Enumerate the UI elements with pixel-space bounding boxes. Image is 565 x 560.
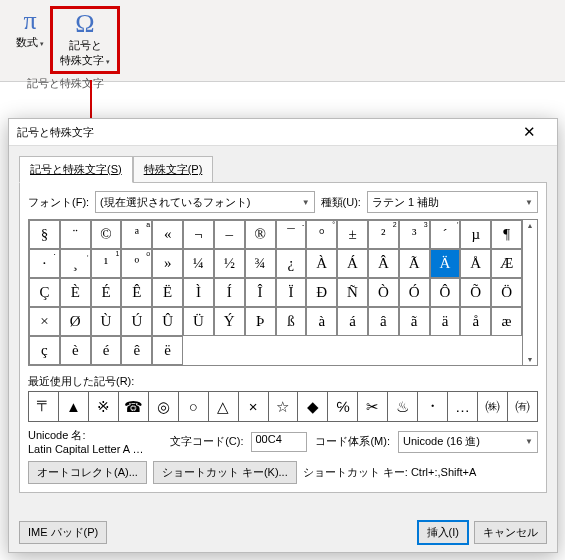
char-cell[interactable]: Í [214,278,245,307]
char-cell[interactable]: Ô [430,278,461,307]
char-cell[interactable]: °° [306,220,337,249]
char-cell[interactable]: Ì [183,278,214,307]
char-cell[interactable]: Ë [152,278,183,307]
char-cell[interactable]: ß [276,307,307,336]
char-cell[interactable]: à [306,307,337,336]
char-cell[interactable]: § [29,220,60,249]
char-cell[interactable]: è [60,336,91,365]
recent-cell[interactable]: ※ [89,392,119,421]
char-cell[interactable]: É [91,278,122,307]
char-cell[interactable]: È [60,278,91,307]
char-cell[interactable]: Ú [121,307,152,336]
char-cell[interactable]: ¿ [276,249,307,278]
char-cell[interactable]: ´′ [430,220,461,249]
recent-cell[interactable]: ℅ [328,392,358,421]
char-cell[interactable]: Å [460,249,491,278]
tab-symbols[interactable]: 記号と特殊文字(S) [19,156,133,183]
recent-cell[interactable]: ㈱ [478,392,508,421]
char-cell[interactable]: Ï [276,278,307,307]
char-cell[interactable]: Ã [399,249,430,278]
char-cell[interactable]: Õ [460,278,491,307]
close-icon[interactable]: ✕ [509,123,549,141]
recent-cell[interactable]: ♨ [388,392,418,421]
tab-special[interactable]: 特殊文字(P) [133,156,214,183]
recent-cell[interactable]: ☎ [119,392,149,421]
shortcut-key-button[interactable]: ショートカット キー(K)... [153,461,297,484]
char-cell[interactable]: ·・ [29,249,60,278]
char-cell[interactable]: Â [368,249,399,278]
char-cell[interactable]: â [368,307,399,336]
char-cell[interactable]: ¾ [245,249,276,278]
char-cell[interactable]: ²2 [368,220,399,249]
scroll-down-icon[interactable]: ▼ [523,354,537,365]
recent-cell[interactable]: ㈲ [508,392,537,421]
char-cell[interactable]: ê [121,336,152,365]
char-cell[interactable]: Æ [491,249,522,278]
char-cell[interactable]: ¶ [491,220,522,249]
char-cell[interactable]: á [337,307,368,336]
char-cell[interactable]: ä [430,307,461,336]
char-cell[interactable]: « [152,220,183,249]
char-code-input[interactable]: 00C4 [251,432,307,452]
char-cell[interactable]: ¨ [60,220,91,249]
recent-cell[interactable]: ▲ [59,392,89,421]
char-cell[interactable]: Ù [91,307,122,336]
char-cell[interactable]: ¯- [276,220,307,249]
char-cell[interactable]: Î [245,278,276,307]
code-system-combo[interactable]: Unicode (16 進) ▼ [398,431,538,453]
char-cell[interactable]: Û [152,307,183,336]
recent-cell[interactable]: ☆ [269,392,299,421]
recent-grid[interactable]: 〒▲※☎◎○△×☆◆℅✂♨・…㈱㈲ [28,391,538,422]
char-cell[interactable]: ½ [214,249,245,278]
char-cell[interactable]: × [29,307,60,336]
char-cell[interactable]: Ç [29,278,60,307]
recent-cell[interactable]: ○ [179,392,209,421]
char-cell[interactable]: ± [337,220,368,249]
subset-combo[interactable]: ラテン 1 補助 ▼ [367,191,538,213]
char-cell[interactable]: ¸, [60,249,91,278]
char-cell[interactable]: À [306,249,337,278]
equation-button[interactable]: π 数式 [10,6,50,53]
grid-scrollbar[interactable]: ▲ ▼ [523,219,538,366]
char-cell[interactable]: µ [460,220,491,249]
recent-cell[interactable]: 〒 [29,392,59,421]
char-cell[interactable]: é [91,336,122,365]
recent-cell[interactable]: ✂ [358,392,388,421]
recent-cell[interactable]: ◎ [149,392,179,421]
recent-cell[interactable]: ◆ [298,392,328,421]
char-cell[interactable]: ç [29,336,60,365]
char-cell[interactable]: © [91,220,122,249]
char-cell[interactable]: Á [337,249,368,278]
char-cell[interactable]: ë [152,336,183,365]
char-cell[interactable]: Đ [306,278,337,307]
insert-button[interactable]: 挿入(I) [418,521,468,544]
char-cell[interactable]: Þ [245,307,276,336]
char-cell[interactable]: ªa [121,220,152,249]
recent-cell[interactable]: × [239,392,269,421]
autocorrect-button[interactable]: オートコレクト(A)... [28,461,147,484]
char-cell[interactable]: Ó [399,278,430,307]
char-cell[interactable]: ¹1 [91,249,122,278]
recent-cell[interactable]: … [448,392,478,421]
char-cell[interactable]: Ä [430,249,461,278]
char-cell[interactable]: æ [491,307,522,336]
char-cell[interactable]: – [214,220,245,249]
ime-pad-button[interactable]: IME パッド(P) [19,521,107,544]
recent-cell[interactable]: △ [209,392,239,421]
char-cell[interactable]: ¼ [183,249,214,278]
char-cell[interactable]: » [152,249,183,278]
scroll-up-icon[interactable]: ▲ [523,220,537,231]
char-cell[interactable]: ºo [121,249,152,278]
char-cell[interactable]: Ö [491,278,522,307]
char-cell[interactable]: Ñ [337,278,368,307]
char-cell[interactable]: Ò [368,278,399,307]
cancel-button[interactable]: キャンセル [474,521,547,544]
char-cell[interactable]: Ü [183,307,214,336]
recent-cell[interactable]: ・ [418,392,448,421]
char-cell[interactable]: Ê [121,278,152,307]
symbol-button[interactable]: Ω 記号と 特殊文字 [56,9,114,71]
font-combo[interactable]: (現在選択されているフォント) ▼ [95,191,314,213]
char-cell[interactable]: å [460,307,491,336]
char-cell[interactable]: ã [399,307,430,336]
char-cell[interactable]: Ø [60,307,91,336]
